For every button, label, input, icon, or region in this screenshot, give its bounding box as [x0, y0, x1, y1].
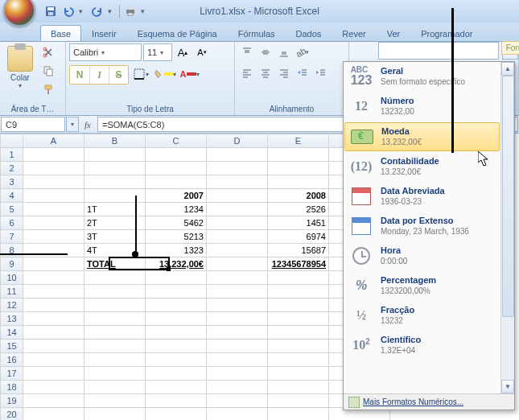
tab-dados[interactable]: Dados [286, 25, 332, 41]
row-header[interactable]: 18 [1, 381, 23, 394]
format-painter-icon[interactable] [39, 80, 57, 98]
cell[interactable]: 2526 [268, 203, 329, 216]
cut-icon[interactable] [39, 43, 57, 61]
bold-button[interactable]: N [70, 66, 89, 84]
format-option-número[interactable]: 12Número13232,00 [344, 92, 500, 121]
format-option-científico[interactable]: 102Científico1,32E+04 [344, 331, 500, 360]
undo-dropdown-icon[interactable]: ▾ [79, 7, 87, 15]
fill-color-button[interactable]: ▾ [153, 65, 177, 83]
col-header[interactable]: A [23, 134, 84, 148]
strike-button[interactable]: S [109, 66, 128, 84]
cell[interactable]: 6974 [268, 230, 329, 244]
qat-customize-icon[interactable]: ▾ [141, 7, 149, 15]
increase-indent-icon[interactable] [312, 64, 330, 82]
format-option-moeda[interactable]: Moeda13.232,00€ [344, 122, 500, 151]
col-header[interactable]: D [207, 134, 268, 148]
font-name-combo[interactable]: Calibri▾ [69, 43, 142, 61]
paste-button[interactable]: Colar ▾ [3, 43, 37, 90]
row-header[interactable]: 2 [1, 162, 23, 175]
name-box-dropdown[interactable]: ▾ [66, 117, 79, 132]
cell-active[interactable]: 13.232,00€ [146, 257, 207, 271]
cell[interactable]: 15687 [268, 244, 329, 257]
cell[interactable]: 5213 [146, 230, 207, 244]
row-header[interactable]: 10 [1, 271, 23, 285]
scrollbar[interactable]: ▲ ▼ [500, 62, 514, 393]
tab-formulas[interactable]: Fórmulas [228, 25, 286, 41]
row-header[interactable]: 17 [1, 367, 23, 381]
decrease-indent-icon[interactable] [294, 64, 311, 82]
cell[interactable]: 5462 [146, 216, 207, 230]
row-header[interactable]: 9 [1, 257, 23, 271]
fx-icon[interactable]: fx [80, 117, 95, 132]
cell[interactable]: 2008 [268, 189, 329, 203]
cell[interactable]: 2007 [146, 189, 207, 203]
redo-icon[interactable] [90, 4, 105, 19]
row-header[interactable]: 11 [1, 285, 23, 299]
scroll-down-icon[interactable]: ▼ [501, 380, 514, 393]
row-header[interactable]: 6 [1, 216, 23, 230]
name-box[interactable]: C9 [1, 117, 65, 132]
select-all-corner[interactable] [1, 134, 23, 148]
font-color-button[interactable]: A▾ [178, 65, 202, 83]
align-top-icon[interactable] [238, 43, 256, 61]
row-header[interactable]: 4 [1, 189, 23, 203]
col-header[interactable]: C [146, 134, 207, 148]
format-option-data-por-extenso[interactable]: Data por ExtensoMonday, 23 March, 1936 [344, 212, 500, 241]
tab-programador[interactable]: Programador [410, 25, 483, 41]
cell[interactable]: TOTAL [84, 257, 146, 271]
row-header[interactable]: 3 [1, 175, 23, 189]
format-option-geral[interactable]: ABC123GeralSem formato específico [344, 62, 500, 92]
cell[interactable]: 3T [84, 230, 146, 244]
align-bottom-icon[interactable] [275, 43, 293, 61]
format-option-hora[interactable]: Hora0:00:00 [344, 241, 500, 271]
align-center-icon[interactable] [257, 64, 274, 82]
grow-font-icon[interactable]: A▴ [174, 43, 192, 61]
tab-inserir[interactable]: Inserir [81, 25, 127, 41]
row-header[interactable]: 1 [1, 148, 23, 162]
cell[interactable]: 12345678954 [268, 257, 329, 271]
tab-ver[interactable]: Ver [377, 25, 411, 41]
dropdown-footer[interactable]: Mais Formatos Numéricos... [344, 393, 514, 410]
align-right-icon[interactable] [275, 64, 293, 82]
redo-dropdown-icon[interactable]: ▾ [108, 7, 116, 15]
undo-icon[interactable] [61, 4, 76, 19]
tab-rever[interactable]: Rever [332, 25, 376, 41]
cell[interactable]: 2T [84, 216, 146, 230]
col-header[interactable]: B [84, 134, 146, 148]
row-header[interactable]: 7 [1, 230, 23, 244]
tab-esquema[interactable]: Esquema de Página [127, 25, 228, 41]
align-middle-icon[interactable] [257, 43, 274, 61]
row-header[interactable]: 13 [1, 312, 23, 326]
shrink-font-icon[interactable]: A▾ [193, 43, 211, 61]
col-header[interactable]: E [268, 134, 329, 148]
print-icon[interactable] [123, 4, 138, 19]
italic-button[interactable]: I [89, 66, 109, 84]
row-header[interactable]: 19 [1, 394, 23, 408]
office-button[interactable] [3, 0, 35, 27]
format-option-fracção[interactable]: ½Fracção13232 [344, 301, 500, 331]
row-header[interactable]: 20 [1, 408, 23, 421]
row-header[interactable]: 16 [1, 353, 23, 367]
cell[interactable]: 1T [84, 203, 146, 216]
format-option-contabilidade[interactable]: (12)Contabilidade13.232,00€ [344, 152, 500, 182]
scroll-up-icon[interactable]: ▲ [501, 62, 514, 76]
align-left-icon[interactable] [238, 64, 256, 82]
row-header[interactable]: 8 [1, 244, 23, 257]
format-option-percentagem[interactable]: %Percentagem1323200,00% [344, 271, 500, 301]
scroll-thumb[interactable] [502, 76, 514, 317]
tab-base[interactable]: Base [40, 25, 81, 41]
row-header[interactable]: 5 [1, 203, 23, 216]
cell[interactable]: 1234 [146, 203, 207, 216]
row-header[interactable]: 15 [1, 340, 23, 353]
copy-icon[interactable] [39, 62, 57, 80]
font-size-combo[interactable]: 11▾ [143, 43, 172, 61]
row-header[interactable]: 14 [1, 326, 23, 340]
format-option-data-abreviada[interactable]: Data Abreviada1936-03-23 [344, 182, 500, 212]
orientation-icon[interactable]: ab▾ [294, 43, 311, 61]
cell[interactable]: 1451 [268, 216, 329, 230]
row-header[interactable]: 12 [1, 299, 23, 312]
border-button[interactable]: ▾ [130, 65, 152, 83]
save-icon[interactable] [43, 4, 58, 19]
cell[interactable]: 1323 [146, 244, 207, 257]
number-format-combo[interactable] [378, 42, 499, 60]
